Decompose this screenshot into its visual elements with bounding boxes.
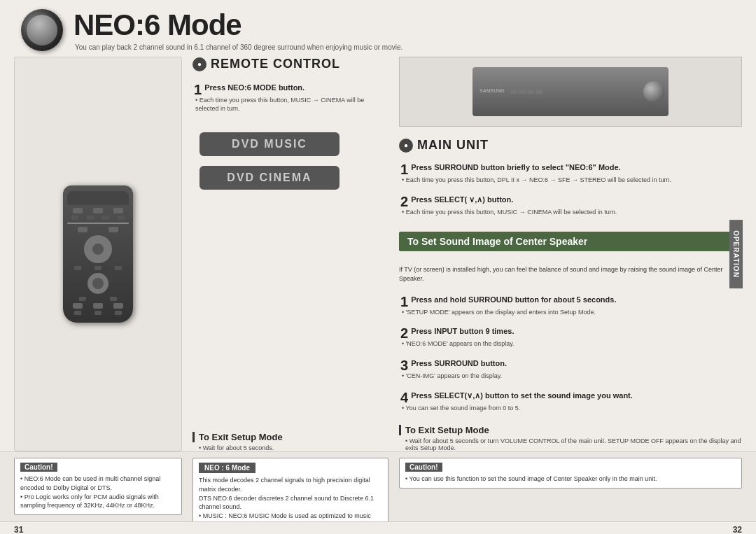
caution-box-left: Caution! • NEO:6 Mode can be used in mul… [14,458,182,514]
remote-nav [84,235,112,263]
sub-step-number-2: 2 [400,326,408,340]
main-unit-section-icon: ● [399,139,413,153]
remote-section-title: REMOTE CONTROL [211,57,340,71]
page-title: NEO:6 Mode [74,8,402,42]
header: NEO:6 Mode You can play back 2 channel s… [0,0,756,57]
sub-step4-note: • You can set the sound image from 0 to … [402,405,742,413]
caution-item-2: • Pro Logic works only for PCM audio sig… [20,493,176,510]
caution-text-right: • You can use this function to set the s… [405,475,736,484]
remote-sm-1 [71,216,78,220]
page-numbers: 31 32 [0,521,756,534]
remote-row-6 [67,303,129,309]
recv-btn-3 [527,90,534,94]
sub-step3: 3 Press SURROUND button. • 'CEN-IMG' app… [399,358,742,381]
caution-title-right: Caution! [405,463,442,472]
caution-text-left: • NEO:6 Mode can be used in multi channe… [20,475,176,510]
main-unit-section-header: ● MAIN UNIT [399,138,742,153]
remote-sm-5 [74,266,81,270]
main-content: ● REMOTE CONTROL 1 Press NEO:6 MODE butt… [0,57,756,451]
main-step-number-2: 2 [400,195,408,209]
sub-step-number-3: 3 [400,358,408,372]
receiver-area: SAMSUNG [399,57,742,127]
remote-sm-3 [102,216,109,220]
receiver-drawing: SAMSUNG [472,67,668,116]
remote-sm-12 [115,311,122,315]
remote-row-2 [67,216,129,220]
remote-btn-4 [78,227,88,232]
sub-step1: 1 Press and hold SURROUND button for abo… [399,295,742,317]
remote-row-7 [67,311,129,315]
main-unit-section-title: MAIN UNIT [417,138,489,153]
highlight-note: If TV (or screen) is installed high, you… [399,265,742,283]
remote-sm-10 [74,311,81,315]
main-step2: 2 Press SELECT( ∨,∧) button. • Each time… [399,195,742,217]
sub-step2-note: • 'NEO:6 MODE' appears on the display. [402,340,742,349]
remote-sm-2 [87,216,94,220]
sub-step3-note: • 'CEN-IMG' appears on the display. [402,372,742,381]
remote-btn-7 [93,303,103,309]
left-column [14,57,182,451]
remote-sm-7 [115,266,122,270]
remote-sm-6 [94,266,102,270]
middle-column: ● REMOTE CONTROL 1 Press NEO:6 MODE butt… [192,57,388,451]
sub-step2: 2 Press INPUT button 9 times. • 'NEO:6 M… [399,326,742,349]
remote-btn-6 [73,303,83,309]
recv-knob [643,81,664,102]
remote-btn-1 [73,208,83,213]
remote-sm-11 [94,311,102,315]
remote-area [14,57,182,451]
remote-top [67,191,129,205]
remote-sm-9 [110,297,117,301]
sub-step1-text: Press and hold SURROUND button for about… [411,295,616,304]
main-step1-text: Press SURROUND button briefly to select … [411,163,621,171]
main-exit-setup: To Exit Setup Mode • Wait for about 5 se… [399,425,742,451]
dvd-cinema-display: DVD CINEMA [200,166,340,190]
recv-btn-1 [510,90,517,94]
bottom-left: Caution! • NEO:6 Mode can be used in mul… [14,458,182,516]
recv-buttons-top [510,90,542,94]
remote-section-icon: ● [192,57,206,71]
remote-btn-3 [113,208,123,213]
caution-item-1: • NEO:6 Mode can be used in multi channe… [20,475,176,492]
bottom-middle: NEO : 6 Mode This mode decodes 2 channel… [192,458,388,516]
caution-box-right: Caution! • You can use this function to … [399,458,742,489]
operation-tab: OPERATION [729,220,743,288]
sub-step4: 4 Press SELECT(∨,∧) button to set the so… [399,391,742,413]
page-number-right: 32 [733,525,742,534]
sub-step2-text: Press INPUT button 9 times. [411,327,514,335]
caution-title-left: Caution! [20,463,57,472]
remote-btn-2 [93,208,103,213]
sub-step1-note: • 'SETUP MODE' appears on the display an… [402,309,742,317]
remote-row-3 [67,227,129,232]
page-container: NEO:6 Mode You can play back 2 channel s… [0,0,756,534]
sub-step3-text: Press SURROUND button. [411,359,507,367]
right-column: SAMSUNG ● [399,57,742,451]
remote-step1-note: • Each time you press this button, MUSIC… [195,97,388,113]
remote-exit-title: To Exit Setup Mode [192,432,388,442]
bottom-area: Caution! • NEO:6 Mode can be used in mul… [0,451,756,521]
neo-mode-tag: NEO : 6 Mode [199,463,255,473]
subtitle: You can play back 2 channel sound in 6.1… [75,43,402,51]
recv-btn-4 [536,90,542,94]
recv-btn-2 [519,90,526,94]
main-exit-note: • Wait for about 5 seconds or turn VOLUM… [405,437,742,451]
main-step-number-1: 1 [400,162,408,176]
remote-btn-8 [113,303,123,309]
remote-row-4 [67,266,129,270]
main-exit-title: To Exit Setup Mode [399,425,742,435]
sub-step4-text: Press SELECT(∨,∧) button to set the soun… [411,391,633,400]
remote-step1: 1 Press NEO:6 MODE button. • Each time y… [192,83,388,113]
bottom-right: Caution! • You can use this function to … [399,458,742,516]
remote-top-buttons [67,208,129,213]
right-column-wrapper: SAMSUNG ● [399,57,742,451]
sub-step-number-4: 4 [400,391,408,405]
remote-exit-note: • Wait for about 5 seconds. [199,444,388,451]
main-step1-note: • Each time you press this button, DPL I… [402,176,742,185]
remote-exit-setup: To Exit Setup Mode • Wait for about 5 se… [192,432,388,451]
remote-sm-4 [118,216,125,220]
remote-nav-2 [88,273,108,294]
main-step2-text: Press SELECT( ∨,∧) button. [411,195,513,204]
step-number-1: 1 [194,83,202,97]
remote-section-header: ● REMOTE CONTROL [192,57,388,71]
dvd-music-display: DVD MUSIC [200,132,340,156]
